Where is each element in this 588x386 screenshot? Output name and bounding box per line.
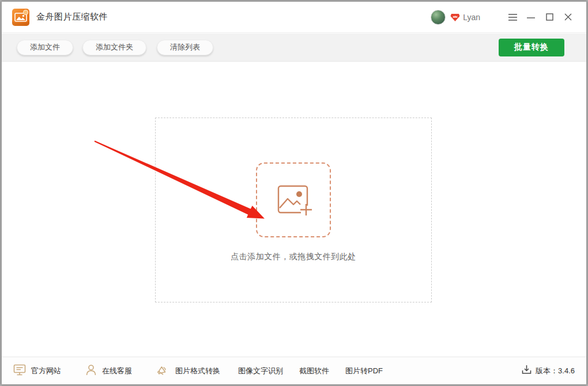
footer: 官方网站 在线客服 图片格式转换 图像文字识别 — [2, 357, 586, 384]
person-icon — [85, 364, 97, 378]
dropzone-hint: 点击添加文件，或拖拽文件到此处 — [156, 252, 431, 262]
vip-badge-icon — [450, 13, 460, 22]
add-image-icon[interactable] — [256, 162, 331, 237]
menu-icon[interactable] — [504, 9, 521, 25]
version-label: 版本：3.4.6 — [536, 366, 575, 376]
download-icon — [522, 365, 532, 377]
add-file-button[interactable]: 添加文件 — [17, 40, 73, 55]
app-title: 金舟图片压缩软件 — [36, 12, 108, 22]
online-support-link[interactable]: 在线客服 — [85, 364, 132, 378]
online-support-label: 在线客服 — [102, 366, 132, 376]
add-folder-button[interactable]: 添加文件夹 — [82, 40, 146, 55]
maximize-icon[interactable] — [541, 9, 557, 25]
megaphone-icon — [156, 365, 168, 377]
minimize-icon[interactable] — [523, 9, 539, 25]
batch-convert-button[interactable]: 批量转换 — [499, 39, 564, 56]
file-dropzone[interactable]: 点击添加文件，或拖拽文件到此处 — [155, 118, 432, 302]
link-image-to-pdf[interactable]: 图片转PDF — [345, 366, 383, 376]
link-screenshot-tool[interactable]: 截图软件 — [299, 366, 329, 376]
app-window: 金舟图片压缩软件 Lyan — [1, 1, 587, 385]
titlebar: 金舟图片压缩软件 Lyan — [2, 2, 586, 33]
window-controls — [504, 9, 576, 25]
clear-list-button[interactable]: 清除列表 — [157, 40, 213, 55]
avatar[interactable] — [431, 10, 446, 25]
logo-badge-icon — [23, 10, 28, 15]
link-image-ocr[interactable]: 图像文字识别 — [238, 366, 283, 376]
monitor-icon — [13, 364, 26, 378]
app-logo-icon — [12, 9, 29, 26]
official-site-label: 官方网站 — [31, 366, 61, 376]
toolbar: 添加文件 添加文件夹 清除列表 批量转换 — [2, 33, 586, 62]
official-site-link[interactable]: 官方网站 — [13, 364, 61, 378]
close-icon[interactable] — [560, 9, 576, 25]
user-name[interactable]: Lyan — [463, 13, 480, 22]
main-area: 点击添加文件，或拖拽文件到此处 — [2, 62, 586, 357]
link-image-format-convert[interactable]: 图片格式转换 — [175, 366, 220, 376]
version-area[interactable]: 版本：3.4.6 — [522, 365, 575, 377]
